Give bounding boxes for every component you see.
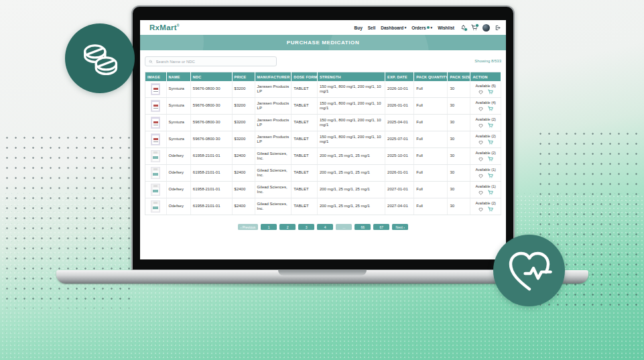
column-header-name: NAME	[166, 72, 190, 82]
add-to-cart-icon[interactable]	[488, 206, 493, 212]
action-cell: Available (2)	[470, 115, 501, 131]
cart-icon[interactable]	[471, 24, 478, 31]
pagination-page-3[interactable]: 3	[298, 224, 314, 230]
cell-exp-date: 2025-07-01	[385, 131, 414, 148]
nav-item-wishlist[interactable]: Wishlist	[438, 25, 454, 30]
page-banner: PURCHASE MEDICATION	[140, 35, 506, 50]
cell-dose-form: TABLET	[292, 98, 318, 115]
laptop-screen: RxMart® Buy Sell Dashboard▾ Orders▾ Wish…	[131, 5, 515, 271]
nav-item-dashboard[interactable]: Dashboard▾	[381, 25, 406, 30]
wishlist-heart-icon[interactable]	[478, 123, 483, 128]
action-cell: Available (2)	[470, 198, 501, 215]
wishlist-heart-icon[interactable]	[478, 174, 483, 178]
add-to-cart-icon[interactable]	[488, 139, 493, 145]
cell-pack-quantity: Full	[414, 148, 448, 165]
search-box[interactable]	[145, 56, 277, 66]
cell-exp-date: 2025-04-01	[385, 115, 414, 131]
add-to-cart-icon[interactable]	[488, 123, 493, 128]
cell-manufacturer: Janssen Products LP	[255, 81, 292, 98]
table-row: Symtuza59676-0800-30$3200Janssen Product…	[145, 131, 501, 148]
chevron-down-icon: ▾	[431, 25, 433, 29]
logout-icon[interactable]	[495, 25, 501, 31]
cell-name: Symtuza	[166, 98, 190, 115]
wishlist-heart-icon[interactable]	[478, 140, 483, 145]
product-thumbnail	[151, 167, 160, 179]
add-to-cart-icon[interactable]	[488, 190, 493, 195]
cell-pack-size: 30	[448, 98, 470, 115]
pagination-page-1[interactable]: 1	[261, 224, 277, 230]
avatar[interactable]	[482, 24, 490, 32]
pagination-page-2[interactable]: 2	[279, 224, 296, 230]
search-input[interactable]	[155, 59, 273, 64]
wishlist-heart-icon[interactable]	[478, 207, 483, 212]
action-cell: Available (4)	[470, 98, 501, 115]
column-header-action: ACTION	[470, 72, 501, 82]
row-actions	[472, 89, 499, 95]
cell-dose-form: TABLET	[292, 115, 318, 131]
product-thumbnail	[151, 83, 160, 95]
wishlist-heart-icon[interactable]	[478, 107, 483, 111]
pagination-previous[interactable]: ‹ Previous	[238, 224, 259, 230]
pagination: ‹ Previous1234...6667Next ›	[145, 224, 501, 230]
cell-price: $3200	[232, 81, 255, 98]
cell-strength: 150 mg/1, 800 mg/1, 200 mg/1, 10 mg/1	[317, 98, 385, 115]
nav-item-orders[interactable]: Orders▾	[411, 25, 432, 30]
column-header-exp-date: EXP. DATE	[385, 72, 414, 82]
cell-dose-form: TABLET	[292, 198, 318, 215]
rxmart-logo[interactable]: RxMart®	[149, 23, 180, 32]
cell-pack-quantity: Full	[414, 131, 448, 148]
table-row: Odefsey61958-2101-01$2400Gilead Sciences…	[145, 165, 501, 182]
product-thumbnail	[151, 133, 160, 145]
row-actions	[472, 173, 499, 178]
action-cell: Available (2)	[470, 148, 501, 165]
column-header-image: IMAGE	[145, 72, 167, 82]
row-actions	[472, 139, 499, 145]
page-title: PURCHASE MEDICATION	[287, 40, 360, 46]
cell-price: $3200	[232, 98, 255, 115]
add-to-cart-icon[interactable]	[488, 156, 493, 162]
avatar-image	[482, 24, 490, 32]
orders-badge	[427, 26, 430, 29]
product-image-cell	[145, 148, 167, 165]
results-summary: Showing 8/533	[474, 59, 501, 63]
add-to-cart-icon[interactable]	[488, 173, 493, 178]
product-image-cell	[145, 165, 167, 182]
wishlist-heart-icon[interactable]	[478, 157, 483, 162]
cell-name: Symtuza	[166, 81, 190, 98]
cell-ndc: 61958-2101-01	[190, 148, 232, 165]
cell-strength: 150 mg/1, 800 mg/1, 200 mg/1, 10 mg/1	[317, 115, 385, 131]
action-cell: Available (5)	[470, 81, 501, 98]
medications-table: IMAGENAMENDCPRICEMANUFACTURERDOSE FORMST…	[145, 72, 501, 215]
bell-icon[interactable]	[460, 25, 466, 31]
cell-manufacturer: Gilead Sciences, Inc.	[255, 165, 292, 182]
pagination-next[interactable]: Next ›	[392, 224, 408, 230]
column-header-manufacturer: MANUFACTURER	[255, 72, 292, 82]
row-actions	[472, 156, 499, 162]
add-to-cart-icon[interactable]	[488, 106, 493, 111]
nav-item-sell[interactable]: Sell	[368, 25, 376, 30]
wishlist-heart-icon[interactable]	[478, 190, 483, 195]
cell-ndc: 61958-2101-01	[190, 165, 232, 182]
main-nav: Buy Sell Dashboard▾ Orders▾ Wishlist	[354, 25, 454, 30]
cell-exp-date: 2025-10-01	[385, 148, 414, 165]
wishlist-heart-icon[interactable]	[478, 90, 483, 95]
availability-label: Available (2)	[472, 201, 499, 206]
cell-ndc: 59676-0800-30	[190, 81, 232, 98]
cell-pack-size: 30	[448, 115, 470, 131]
add-to-cart-icon[interactable]	[488, 89, 493, 95]
cell-name: Odefsey	[166, 148, 190, 165]
nav-label: Dashboard	[381, 25, 403, 30]
row-actions	[472, 190, 499, 195]
product-thumbnail	[151, 184, 160, 196]
pagination-page-4[interactable]: 4	[317, 224, 333, 230]
pagination-page-67[interactable]: 67	[373, 224, 389, 230]
cell-dose-form: TABLET	[292, 165, 318, 182]
navbar-icons	[460, 24, 501, 32]
pagination-page-66[interactable]: 66	[355, 224, 371, 230]
table-row: Odefsey61958-2101-01$2400Gilead Sciences…	[145, 198, 501, 215]
nav-item-buy[interactable]: Buy	[354, 25, 362, 30]
product-thumbnail	[151, 117, 160, 129]
cell-pack-size: 30	[448, 131, 470, 148]
product-image-cell	[145, 182, 167, 198]
pagination-ellipsis[interactable]: ...	[336, 224, 352, 230]
